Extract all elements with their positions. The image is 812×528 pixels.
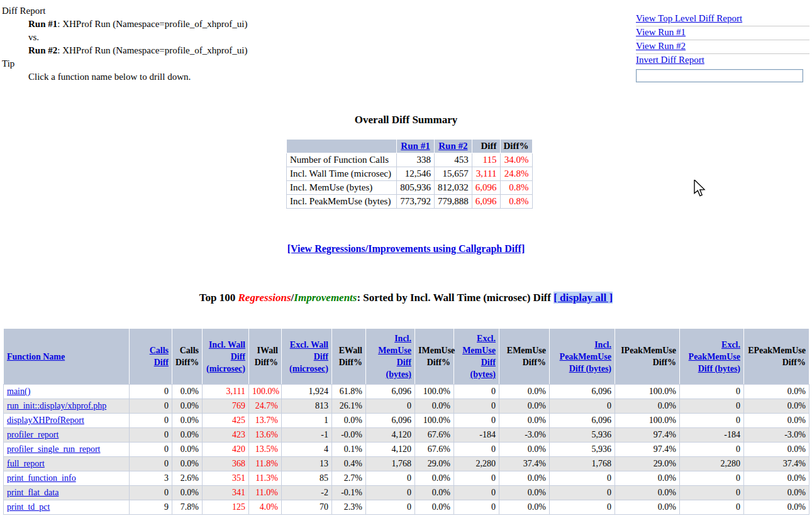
view-run-2-link[interactable]: View Run #2 — [636, 41, 686, 51]
sort-by-incl-wall-diff-microsec-link[interactable]: Incl. Wall Diff (microsec) — [206, 340, 245, 373]
function-typeahead-input[interactable] — [636, 69, 803, 82]
metric-cell: 813 — [282, 399, 332, 414]
function-link[interactable]: displayXHProfReport — [7, 415, 84, 425]
sort-by-excl-memuse-diff-bytes-link[interactable]: Excl. MemUse Diff (bytes) — [462, 334, 496, 379]
view-run-1-link[interactable]: View Run #1 — [636, 27, 686, 37]
view-top-level-diff-report-link[interactable]: View Top Level Diff Report — [636, 13, 742, 23]
metric-cell: 1,768 — [550, 457, 615, 471]
summary-run2-value: 453 — [435, 153, 472, 167]
metric-cell: 0 — [454, 385, 499, 399]
sort-by-calls-diff-link[interactable]: Calls Diff — [150, 346, 169, 367]
nav-links: View Top Level Diff Report View Run #1 V… — [636, 13, 809, 82]
metric-cell: 0.0% — [744, 486, 809, 500]
metric-cell: 0 — [680, 443, 744, 457]
metric-cell: 100.0% — [615, 414, 680, 428]
summary-diff-value: 3,111 — [472, 167, 500, 181]
function-link[interactable]: run_init::display/xhprof.php — [7, 401, 106, 410]
metric-cell: 0.0% — [615, 500, 680, 515]
overall-diff-summary-table: Run #1 Run #2 Diff Diff% Number of Funct… — [286, 139, 533, 209]
metric-cell: -3.0% — [499, 428, 550, 443]
col-header-calls-diff: Calls Diff% — [172, 329, 203, 385]
diff-report-label: Diff Report — [2, 4, 247, 18]
metric-cell: 0 — [680, 500, 744, 515]
function-row: main()00.0%3,111100.0%1,92461.8%6,096100… — [4, 385, 809, 399]
function-link[interactable]: main() — [7, 387, 30, 396]
metric-cell: 0.0% — [172, 457, 203, 471]
run1-line: Run #1: XHProf Run (Namespace=profile_of… — [28, 18, 247, 31]
function-name-cell: print_function_info — [4, 471, 130, 486]
metric-cell: 0 — [130, 428, 172, 443]
metric-cell: 11.0% — [249, 486, 282, 500]
function-link[interactable]: profiler_report — [7, 430, 58, 439]
invert-diff-report-link[interactable]: Invert Diff Report — [636, 55, 704, 65]
metric-cell: 0.0% — [499, 500, 550, 515]
col-header-incl-memuse-diff-bytes: Incl. MemUse Diff (bytes) — [366, 329, 415, 385]
summary-row: Incl. Wall Time (microsec) 12,546 15,657… — [287, 167, 533, 181]
col-header-incl-peakmemuse-diff-bytes: Incl. PeakMemUse Diff (bytes) — [550, 329, 615, 385]
metric-cell: 13.7% — [249, 414, 282, 428]
summary-run1-value: 12,546 — [397, 167, 435, 181]
metric-cell: 0 — [130, 399, 172, 414]
metric-cell: 0.0% — [172, 385, 203, 399]
sort-by-excl-wall-diff-microsec-link[interactable]: Excl. Wall Diff (microsec) — [289, 340, 328, 373]
run2-header-link[interactable]: Run #2 — [438, 141, 467, 151]
metric-cell: -0.0% — [332, 428, 366, 443]
function-row: print_flat_data00.0%34111.0%-2-0.1%00.0%… — [4, 486, 809, 500]
metric-cell: 4 — [282, 443, 332, 457]
nav-row: View Run #1 — [636, 26, 809, 40]
summary-row: Incl. PeakMemUse (bytes) 773,792 779,888… — [287, 195, 533, 209]
metric-cell: 0.0% — [744, 471, 809, 486]
function-link[interactable]: print_flat_data — [7, 488, 58, 497]
summary-diff-pct-value: 0.8% — [500, 195, 532, 209]
function-link[interactable]: print_td_pct — [7, 502, 50, 512]
metric-cell: 100.0% — [249, 385, 282, 399]
metric-cell: 0.0% — [744, 414, 809, 428]
summary-row: Number of Function Calls 338 453 115 34.… — [287, 153, 533, 167]
function-link[interactable]: print_function_info — [7, 473, 76, 483]
metric-cell: 61.8% — [332, 385, 366, 399]
metric-cell: 0.0% — [415, 399, 454, 414]
run1-column-header: Run #1 — [397, 140, 435, 153]
summary-run1-value: 805,936 — [397, 181, 435, 195]
metric-cell: 97.4% — [615, 443, 680, 457]
function-row: run_init::display/xhprof.php00.0%76924.7… — [4, 399, 809, 414]
sort-by-incl-memuse-diff-bytes-link[interactable]: Incl. MemUse Diff (bytes) — [378, 334, 411, 379]
metric-cell: 29.0% — [615, 457, 680, 471]
metric-cell: 341 — [203, 486, 249, 500]
functions-table-body: main()00.0%3,111100.0%1,92461.8%6,096100… — [4, 385, 809, 515]
summary-run1-value: 773,792 — [397, 195, 435, 209]
metric-cell: 7.8% — [172, 500, 203, 515]
display-all-link[interactable]: [ display all ] — [553, 292, 613, 304]
sort-by-incl-peakmemuse-diff-bytes-link[interactable]: Incl. PeakMemUse Diff (bytes) — [560, 340, 611, 373]
metric-cell: 0 — [366, 486, 415, 500]
function-link[interactable]: profiler_single_run_report — [7, 444, 101, 454]
report-description: Diff Report Run #1: XHProf Run (Namespac… — [2, 4, 247, 84]
metric-cell: 420 — [203, 443, 249, 457]
run1-label: Run #1 — [28, 19, 57, 29]
metric-cell: 0.0% — [172, 414, 203, 428]
metric-cell: 4.0% — [249, 500, 282, 515]
view-callgraph-diff-link[interactable]: [View Regressions/Improvements using Cal… — [287, 243, 525, 254]
function-name-cell: main() — [4, 385, 130, 399]
summary-metric-label: Incl. MemUse (bytes) — [287, 181, 397, 195]
metric-cell: 67.6% — [415, 443, 454, 457]
metric-cell: 0.0% — [744, 385, 809, 399]
nav-row: Invert Diff Report — [636, 54, 809, 67]
run1-header-link[interactable]: Run #1 — [401, 141, 430, 151]
metric-cell: 0.1% — [332, 443, 366, 457]
function-row: print_td_pct97.8%1254.0%702.3%00.0%00.0%… — [4, 500, 809, 515]
functions-diff-table: Function NameCalls DiffCalls Diff%Incl. … — [3, 328, 809, 515]
metric-cell: 0 — [366, 399, 415, 414]
metric-cell: 3 — [130, 471, 172, 486]
col-header-excl-wall-diff-microsec: Excl. Wall Diff (microsec) — [282, 329, 332, 385]
metric-cell: 9 — [130, 500, 172, 515]
nav-row: View Top Level Diff Report — [636, 13, 809, 26]
sort-by-function-name-link[interactable]: Function Name — [7, 352, 65, 361]
col-header-calls-diff: Calls Diff — [130, 329, 172, 385]
metric-cell: 0 — [680, 486, 744, 500]
summary-header-row: Run #1 Run #2 Diff Diff% — [287, 140, 533, 153]
function-link[interactable]: full_report — [7, 459, 45, 468]
function-name-cell: print_td_pct — [4, 500, 130, 515]
functions-table-head: Function NameCalls DiffCalls Diff%Incl. … — [4, 329, 809, 385]
sort-by-excl-peakmemuse-diff-bytes-link[interactable]: Excl. PeakMemUse Diff (bytes) — [689, 340, 740, 373]
